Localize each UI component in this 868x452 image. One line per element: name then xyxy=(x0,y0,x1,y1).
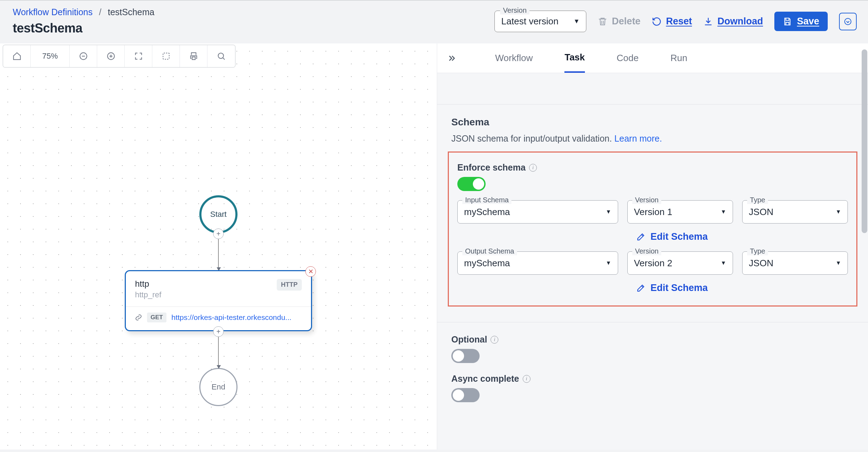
app-body: 75% Start + ✕ http http_ref HTTP xyxy=(0,43,868,450)
input-schema-value: mySchema xyxy=(464,207,510,218)
async-label-row: Async complete i xyxy=(451,374,854,384)
enforce-schema-toggle[interactable] xyxy=(457,177,486,191)
input-type-float-label: Type xyxy=(747,196,768,204)
input-type-field: Type JSON ▼ xyxy=(742,200,848,224)
search-button[interactable] xyxy=(207,45,235,67)
learn-more-link[interactable]: Learn more. xyxy=(614,133,662,143)
page-title: testSchema xyxy=(13,21,154,36)
fit-button[interactable] xyxy=(125,45,152,67)
optional-label-row: Optional i xyxy=(451,334,854,345)
output-schema-row: Output Schema mySchema ▼ Version Version… xyxy=(457,251,848,275)
save-label: Save xyxy=(797,16,819,27)
enforce-schema-label-row: Enforce schema i xyxy=(457,162,848,173)
http-task-node[interactable]: ✕ http http_ref HTTP GET https://orkes-a… xyxy=(125,270,312,331)
selection-button[interactable] xyxy=(152,45,180,67)
end-node[interactable]: End xyxy=(199,368,237,406)
delete-node-button[interactable]: ✕ xyxy=(305,266,316,277)
version-legend: Version xyxy=(500,6,529,14)
task-ref-name: http_ref xyxy=(135,290,162,299)
edit-icon xyxy=(636,232,645,242)
input-schema-float-label: Input Schema xyxy=(462,196,511,204)
panel-spacer xyxy=(437,73,868,104)
print-icon xyxy=(189,52,198,61)
enforce-schema-label: Enforce schema xyxy=(457,162,526,173)
print-button[interactable] xyxy=(180,45,207,67)
graph-edge xyxy=(218,239,219,270)
optional-label: Optional xyxy=(451,334,487,345)
version-select-wrap: Version Latest version ▼ xyxy=(494,11,586,32)
tab-run[interactable]: Run xyxy=(670,43,687,73)
home-icon xyxy=(12,52,22,61)
async-complete-toggle[interactable] xyxy=(451,388,480,402)
schema-desc-text: JSON schema for input/output validation. xyxy=(451,133,614,143)
schema-highlight-box: Enforce schema i Input Schema mySchema ▼ xyxy=(448,151,857,307)
zoom-out-button[interactable] xyxy=(70,45,97,67)
tab-code[interactable]: Code xyxy=(617,43,639,73)
schema-section: Schema JSON schema for input/output vali… xyxy=(437,104,868,322)
input-type-value: JSON xyxy=(749,207,773,218)
task-name: http xyxy=(135,279,162,289)
chevron-down-icon: ▼ xyxy=(606,260,611,266)
home-button[interactable] xyxy=(3,45,31,67)
chevron-down-icon: ▼ xyxy=(721,260,726,266)
breadcrumb-block: Workflow Definitions / testSchema testSc… xyxy=(13,7,154,36)
input-version-field: Version Version 1 ▼ xyxy=(627,200,733,224)
chevron-down-icon: ▼ xyxy=(835,260,841,266)
output-schema-float-label: Output Schema xyxy=(462,247,517,255)
schema-section-desc: JSON schema for input/output validation.… xyxy=(451,133,854,144)
close-icon: ✕ xyxy=(308,268,313,275)
info-icon[interactable]: i xyxy=(529,164,537,172)
collapse-panel-button[interactable] xyxy=(447,54,456,63)
tab-task[interactable]: Task xyxy=(564,43,585,73)
optional-toggle[interactable] xyxy=(451,349,480,363)
header-actions: Version Latest version ▼ Delete Reset Do… xyxy=(494,7,857,32)
input-schema-row: Input Schema mySchema ▼ Version Version … xyxy=(457,200,848,224)
breadcrumb-root-link[interactable]: Workflow Definitions xyxy=(13,7,93,17)
delete-button[interactable]: Delete xyxy=(598,16,640,27)
task-type-pill: HTTP xyxy=(277,279,302,291)
zoom-in-button[interactable] xyxy=(97,45,125,67)
save-icon xyxy=(783,17,792,26)
workflow-canvas[interactable]: 75% Start + ✕ http http_ref HTTP xyxy=(0,43,437,450)
output-type-float-label: Type xyxy=(747,247,768,255)
fit-screen-icon xyxy=(134,52,143,61)
reset-icon xyxy=(652,17,662,26)
edit-output-schema-link[interactable]: Edit Schema xyxy=(496,282,848,293)
chevron-down-icon: ▼ xyxy=(721,209,726,215)
info-icon[interactable]: i xyxy=(523,375,530,383)
add-node-button-top[interactable]: + xyxy=(213,228,224,239)
trash-icon xyxy=(598,17,608,26)
edit-input-schema-link[interactable]: Edit Schema xyxy=(496,231,848,242)
app-header: Workflow Definitions / testSchema testSc… xyxy=(0,0,868,43)
save-dropdown-button[interactable] xyxy=(839,13,857,30)
edit-output-schema-label: Edit Schema xyxy=(650,282,708,293)
start-node[interactable]: Start xyxy=(199,195,237,233)
output-type-field: Type JSON ▼ xyxy=(742,251,848,275)
download-icon xyxy=(703,17,713,26)
chevron-down-icon: ▼ xyxy=(835,209,841,215)
download-label: Download xyxy=(717,16,763,27)
info-icon[interactable]: i xyxy=(491,336,498,344)
svg-point-4 xyxy=(218,53,223,58)
delete-label: Delete xyxy=(612,16,640,27)
panel-scroll-area[interactable]: Schema JSON schema for input/output vali… xyxy=(437,104,868,450)
edit-icon xyxy=(636,284,645,293)
input-schema-field: Input Schema mySchema ▼ xyxy=(457,200,618,224)
plus-circle-icon xyxy=(106,52,116,61)
async-complete-label: Async complete xyxy=(451,374,519,384)
panel-scrollbar[interactable] xyxy=(860,49,868,452)
breadcrumb-current: testSchema xyxy=(108,7,154,17)
panel-tabs: Workflow Task Code Run xyxy=(437,43,868,73)
zoom-level[interactable]: 75% xyxy=(31,45,70,67)
breadcrumb-separator: / xyxy=(99,7,101,17)
save-button[interactable]: Save xyxy=(774,12,828,31)
tab-workflow[interactable]: Workflow xyxy=(495,43,533,73)
breadcrumb: Workflow Definitions / testSchema xyxy=(13,7,154,17)
download-button[interactable]: Download xyxy=(703,16,763,27)
workflow-graph: Start + ✕ http http_ref HTTP GET https:/… xyxy=(125,195,312,406)
reset-button[interactable]: Reset xyxy=(652,16,692,27)
details-panel: Workflow Task Code Run Schema JSON schem… xyxy=(437,43,868,450)
output-version-float-label: Version xyxy=(632,247,662,255)
output-schema-field: Output Schema mySchema ▼ xyxy=(457,251,618,275)
add-node-button-bottom[interactable]: + xyxy=(213,326,224,337)
